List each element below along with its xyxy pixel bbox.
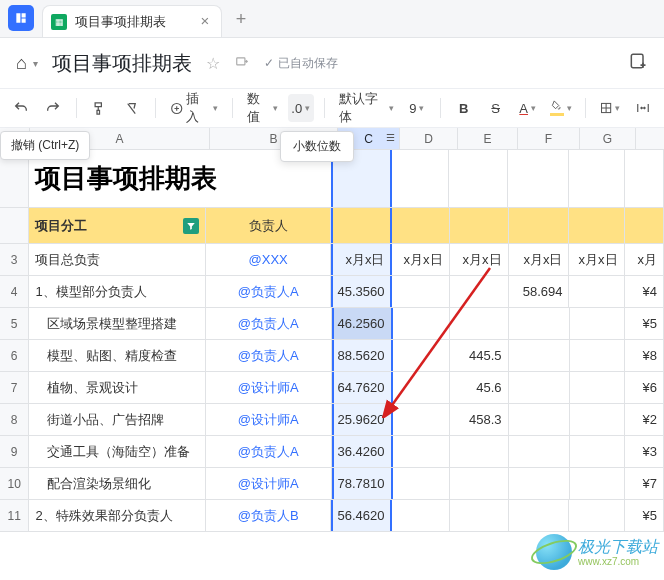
cell[interactable] xyxy=(508,150,569,207)
cell[interactable]: ¥3 xyxy=(625,436,664,467)
cell-value[interactable]: 45.3560 xyxy=(331,276,392,307)
format-paint-button[interactable] xyxy=(87,94,113,122)
cell[interactable] xyxy=(393,308,450,339)
app-logo[interactable] xyxy=(8,5,34,31)
row-header[interactable]: 4 xyxy=(0,276,29,307)
cell[interactable] xyxy=(392,150,449,207)
cell[interactable] xyxy=(509,500,570,531)
cell[interactable]: x月x日 xyxy=(509,244,570,275)
cell-owner[interactable]: @XXX xyxy=(206,244,332,275)
cell-task[interactable]: 2、特殊效果部分负责人 xyxy=(29,500,205,531)
cell-value[interactable]: 46.2560 xyxy=(332,308,393,339)
text-color-button[interactable]: A ▾ xyxy=(515,94,541,122)
cell[interactable] xyxy=(509,468,570,499)
row-header[interactable]: 7 xyxy=(0,372,29,403)
document-tab[interactable]: ▦ 项目事项排期表 × xyxy=(42,5,222,37)
cell-owner[interactable]: @设计师A xyxy=(206,404,332,435)
decimal-places-button[interactable]: .0 ▾ xyxy=(288,94,314,122)
grid[interactable]: 项目事项排期表 项目分工 负责人 3项目总负责@XXXx月x日x月 xyxy=(0,150,664,532)
font-size-button[interactable]: 9 ▾ xyxy=(404,94,430,122)
cell[interactable]: ¥4 xyxy=(625,276,664,307)
cell-owner[interactable]: @设计师A xyxy=(206,372,332,403)
cell[interactable]: ¥6 xyxy=(625,372,664,403)
cell[interactable]: x月x日 xyxy=(450,244,509,275)
add-action-icon[interactable] xyxy=(628,51,648,76)
cell-value[interactable]: 64.7620 xyxy=(332,372,393,403)
close-tab-icon[interactable]: × xyxy=(197,14,213,30)
cell[interactable]: ¥5 xyxy=(625,500,664,531)
borders-button[interactable]: ▾ xyxy=(596,94,624,122)
header-cell[interactable] xyxy=(331,208,392,243)
cell[interactable]: x月x日 xyxy=(569,244,624,275)
cell[interactable] xyxy=(392,500,449,531)
insert-button[interactable]: 插入 ▾ xyxy=(166,94,222,122)
home-icon[interactable]: ⌂ xyxy=(16,53,27,74)
cell[interactable] xyxy=(570,436,625,467)
cell[interactable] xyxy=(570,372,625,403)
row-header[interactable]: 11 xyxy=(0,500,29,531)
row-header[interactable] xyxy=(0,208,29,243)
cell[interactable]: x月 xyxy=(625,244,664,275)
cell[interactable]: 58.694 xyxy=(509,276,570,307)
document-title[interactable]: 项目事项排期表 xyxy=(52,50,192,77)
row-header[interactable]: 5 xyxy=(0,308,29,339)
row-header[interactable]: 9 xyxy=(0,436,29,467)
new-tab-button[interactable]: + xyxy=(228,7,254,33)
column-menu-icon[interactable]: ☰ xyxy=(386,132,395,143)
header-cell[interactable]: 项目分工 xyxy=(29,208,205,243)
cell-value[interactable]: 78.7810 xyxy=(332,468,393,499)
cell[interactable]: ¥8 xyxy=(625,340,664,371)
cell-value[interactable]: x月x日 xyxy=(331,244,392,275)
cell-task[interactable]: 街道小品、广告招牌 xyxy=(29,404,206,435)
redo-button[interactable] xyxy=(40,94,66,122)
cell[interactable] xyxy=(625,150,664,207)
cell[interactable]: ¥5 xyxy=(625,308,664,339)
cell[interactable]: 445.5 xyxy=(450,340,509,371)
strike-button[interactable]: S xyxy=(483,94,509,122)
cell[interactable] xyxy=(509,404,570,435)
cell-value[interactable]: 88.5620 xyxy=(332,340,393,371)
row-header[interactable]: 3 xyxy=(0,244,29,275)
col-header-d[interactable]: D xyxy=(400,128,458,149)
cell[interactable] xyxy=(393,340,450,371)
cell[interactable] xyxy=(570,468,625,499)
cell-value[interactable]: 56.4620 xyxy=(331,500,392,531)
cell[interactable] xyxy=(450,500,509,531)
cell[interactable] xyxy=(450,308,509,339)
cell[interactable] xyxy=(393,372,450,403)
cell[interactable] xyxy=(569,150,624,207)
move-icon[interactable] xyxy=(234,55,250,72)
cell-task[interactable]: 交通工具（海陆空）准备 xyxy=(29,436,206,467)
cell[interactable] xyxy=(509,340,570,371)
cell-owner[interactable]: @负责人A xyxy=(206,436,332,467)
cell[interactable] xyxy=(509,436,570,467)
row-header[interactable]: 6 xyxy=(0,340,29,371)
filter-icon[interactable] xyxy=(183,218,199,234)
cell[interactable] xyxy=(392,276,449,307)
cell-value[interactable]: 36.4260 xyxy=(332,436,393,467)
header-cell[interactable] xyxy=(509,208,570,243)
header-cell[interactable] xyxy=(625,208,664,243)
cell-task[interactable]: 区域场景模型整理搭建 xyxy=(29,308,206,339)
col-header-e[interactable]: E xyxy=(458,128,518,149)
fill-color-button[interactable]: ▾ xyxy=(547,94,575,122)
cell-value[interactable]: 25.9620 xyxy=(332,404,393,435)
cell[interactable] xyxy=(450,436,509,467)
star-icon[interactable]: ☆ xyxy=(206,54,220,73)
undo-button[interactable] xyxy=(8,94,34,122)
bold-button[interactable]: B xyxy=(451,94,477,122)
cell-owner[interactable]: @设计师A xyxy=(206,468,332,499)
merge-button[interactable] xyxy=(630,94,656,122)
header-cell[interactable] xyxy=(450,208,509,243)
header-cell[interactable] xyxy=(569,208,624,243)
row-header[interactable]: 8 xyxy=(0,404,29,435)
cell[interactable]: x月x日 xyxy=(392,244,449,275)
cell[interactable] xyxy=(569,500,624,531)
cell[interactable]: ¥7 xyxy=(625,468,664,499)
cell[interactable] xyxy=(569,276,624,307)
cell[interactable] xyxy=(393,404,450,435)
header-cell[interactable]: 负责人 xyxy=(206,208,332,243)
cell-owner[interactable]: @负责人A xyxy=(206,276,332,307)
cell[interactable] xyxy=(393,468,450,499)
col-header-f[interactable]: F xyxy=(518,128,580,149)
